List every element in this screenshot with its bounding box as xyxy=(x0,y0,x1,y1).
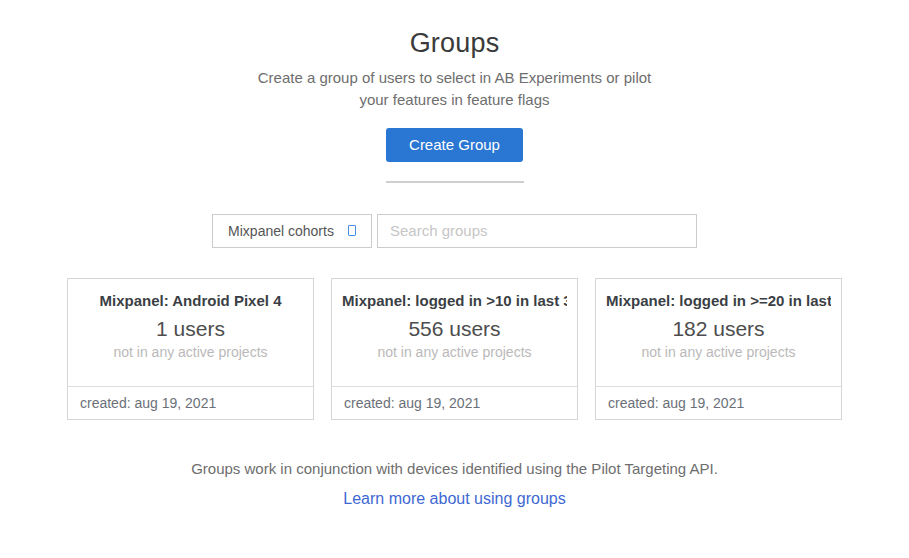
group-title: Mixpanel: Android Pixel 4 xyxy=(78,292,303,309)
group-status: not in any active projects xyxy=(606,344,831,360)
cohort-dropdown-value: Mixpanel cohorts xyxy=(228,223,334,239)
group-card-body: Mixpanel: logged in >=20 in last 30... 1… xyxy=(596,279,841,386)
group-card-body: Mixpanel: Android Pixel 4 1 users not in… xyxy=(68,279,313,386)
search-groups-input[interactable] xyxy=(377,214,697,248)
learn-more-link[interactable]: Learn more about using groups xyxy=(343,490,565,508)
group-cards-row: Mixpanel: Android Pixel 4 1 users not in… xyxy=(0,278,909,420)
group-title: Mixpanel: logged in >10 in last 30 ... xyxy=(342,292,567,309)
groups-page: Groups Create a group of users to select… xyxy=(0,0,909,558)
dropdown-indicator-icon xyxy=(348,225,356,236)
footer-note: Groups work in conjunction with devices … xyxy=(0,460,909,477)
group-user-count: 182 users xyxy=(606,317,831,341)
group-title: Mixpanel: logged in >=20 in last 30... xyxy=(606,292,831,309)
page-header: Groups Create a group of users to select… xyxy=(0,28,909,183)
group-created-date: created: aug 19, 2021 xyxy=(68,386,313,419)
group-card[interactable]: Mixpanel: logged in >=20 in last 30... 1… xyxy=(595,278,842,420)
group-user-count: 1 users xyxy=(78,317,303,341)
group-created-date: created: aug 19, 2021 xyxy=(596,386,841,419)
filter-row: Mixpanel cohorts xyxy=(0,214,909,248)
page-title: Groups xyxy=(0,28,909,59)
group-status: not in any active projects xyxy=(78,344,303,360)
group-card[interactable]: Mixpanel: logged in >10 in last 30 ... 5… xyxy=(331,278,578,420)
group-card[interactable]: Mixpanel: Android Pixel 4 1 users not in… xyxy=(67,278,314,420)
group-status: not in any active projects xyxy=(342,344,567,360)
group-user-count: 556 users xyxy=(342,317,567,341)
create-group-button[interactable]: Create Group xyxy=(386,128,523,162)
header-divider xyxy=(386,181,524,183)
cohort-source-dropdown[interactable]: Mixpanel cohorts xyxy=(212,214,372,248)
group-created-date: created: aug 19, 2021 xyxy=(332,386,577,419)
group-card-body: Mixpanel: logged in >10 in last 30 ... 5… xyxy=(332,279,577,386)
page-footer: Groups work in conjunction with devices … xyxy=(0,460,909,508)
page-subtitle: Create a group of users to select in AB … xyxy=(255,67,655,111)
